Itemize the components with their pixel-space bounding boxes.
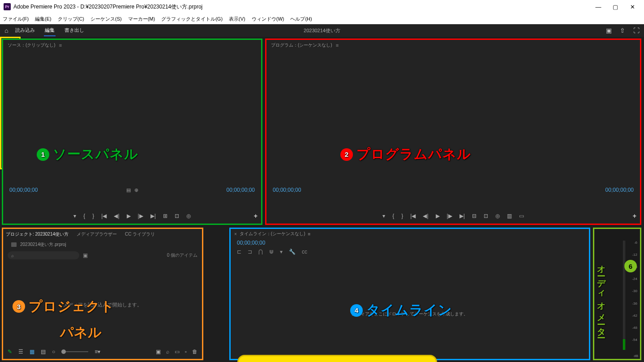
item-count: 0 個のアイテム <box>167 252 197 259</box>
button-editor-icon[interactable]: + <box>633 212 636 220</box>
zoom-slider[interactable] <box>61 351 88 352</box>
bin-icon[interactable]: ▣ <box>83 252 88 259</box>
delete-icon[interactable]: 🗑 <box>192 349 197 355</box>
program-transport: ▾ { } |◀ ◀| ▶ |▶ ▶| ⊟ ⊡ ◎ ▥ ▭ + <box>266 210 640 222</box>
fullscreen-icon[interactable]: ⛶ <box>633 27 640 34</box>
zoom-slider-icon[interactable]: ○ <box>52 349 55 355</box>
out-icon[interactable]: } <box>401 213 403 219</box>
goto-out-icon[interactable]: ▶| <box>150 213 156 219</box>
source-transport: ▾ { } |◀ ◀| ▶ |▶ ▶| ⊞ ⊡ ◎ + <box>3 210 261 222</box>
overwrite-icon[interactable]: ⊡ <box>175 213 179 219</box>
window-title: Adobe Premiere Pro 2023 - D:¥20230207Pre… <box>13 3 202 11</box>
step-back-icon[interactable]: ◀| <box>423 213 428 219</box>
goto-out-icon[interactable]: ▶| <box>459 213 465 219</box>
program-tc-right: 00;00;00;00 <box>605 187 634 193</box>
annotation-5-bubble: ツールパネル <box>237 355 437 362</box>
close-tab-icon[interactable]: × <box>234 232 237 237</box>
pen-icon[interactable]: ✎ <box>8 349 12 355</box>
timeline-hint: メディアをここにドロップしてシーケンスを作成します。 <box>352 311 468 317</box>
extract-icon[interactable]: ⊡ <box>484 213 488 219</box>
workspace-export[interactable]: 書き出し <box>64 25 85 36</box>
play-icon[interactable]: ▶ <box>127 213 131 219</box>
minimize-button[interactable]: — <box>594 4 603 10</box>
share-icon[interactable]: ⇧ <box>620 27 625 34</box>
lift-icon[interactable]: ⊟ <box>472 213 477 219</box>
tab-project[interactable]: プロジェクト: 20230214使い方 <box>6 231 69 237</box>
tab-media-browser[interactable]: メディアブラウザー <box>77 231 117 237</box>
new-item-icon[interactable]: ▫ <box>185 349 187 355</box>
menu-help[interactable]: ヘルプ(H) <box>290 16 312 22</box>
cc-icon[interactable]: cc <box>302 249 307 255</box>
project-hint: メディアを読み込んで開始します。 <box>63 302 142 308</box>
insert-icon[interactable]: ⊐ <box>248 249 252 255</box>
fit-icon[interactable]: ▤ <box>126 187 131 193</box>
menu-clip[interactable]: クリップ(C) <box>58 16 84 22</box>
menu-sequence[interactable]: シーケンス(S) <box>90 16 122 22</box>
find-icon[interactable]: ⌕ <box>166 349 169 355</box>
snap-icon[interactable]: ⋂ <box>258 249 263 255</box>
topbar: ⌂ 読み込み 編集 書き出し 20230214使い方 ▣ ⇧ ⛶ <box>0 24 644 37</box>
project-filename: 20230214使い方.prproj <box>20 241 66 248</box>
step-fwd-icon[interactable]: |▶ <box>138 213 143 219</box>
search-input[interactable]: ⌕ <box>8 251 79 259</box>
panel-menu-icon[interactable]: ≡ <box>336 43 339 48</box>
marker-icon[interactable]: ▾ <box>73 213 76 219</box>
audio-scale: -6 -12 -18 -24 -30 -36 -42 -48 -54 <box>621 241 637 350</box>
link-icon[interactable]: ⋓ <box>269 249 274 255</box>
panel-menu-icon[interactable]: ≡ <box>308 232 311 237</box>
timeline-tc[interactable]: 00;00;00;00 <box>231 239 589 247</box>
in-icon[interactable]: { <box>83 213 85 219</box>
auto-match-icon[interactable]: ▣ <box>156 349 161 355</box>
menu-file[interactable]: ファイル(F) <box>3 16 29 22</box>
workspace-edit[interactable]: 編集 <box>44 25 56 36</box>
list-view-icon[interactable]: ☰ <box>18 349 23 355</box>
close-button[interactable]: ✕ <box>628 4 637 10</box>
panel-menu-icon[interactable]: ≡ <box>59 43 62 48</box>
menu-view[interactable]: 表示(V) <box>229 16 245 22</box>
goto-in-icon[interactable]: |◀ <box>101 213 107 219</box>
timeline-panel: × タイムライン：(シーケンスなし) ≡ 00;00;00;00 ⊏ ⊐ ⋂ ⋓… <box>229 228 590 360</box>
maximize-button[interactable]: ▢ <box>611 4 620 10</box>
menu-graphics[interactable]: グラフィックとタイトル(G) <box>161 16 223 22</box>
annotation-6-label: オーディオメーター <box>598 260 607 335</box>
menubar: ファイル(F) 編集(E) クリップ(C) シーケンス(S) マーカー(M) グ… <box>0 13 644 24</box>
project-footer: ✎ ☰ ▦ ▤ ○ ≡▾ ▣ ⌕ ▭ ▫ 🗑 <box>3 346 202 357</box>
source-tc-right: 00;00;00;00 <box>227 187 255 193</box>
project-name: 20230214使い方 <box>304 27 340 34</box>
export-frame-icon[interactable]: ◎ <box>186 213 191 219</box>
home-icon[interactable]: ⌂ <box>4 27 8 34</box>
button-editor-icon[interactable]: + <box>254 212 258 220</box>
step-back-icon[interactable]: ◀| <box>114 213 119 219</box>
out-icon[interactable]: } <box>92 213 94 219</box>
quick-export-icon[interactable]: ▣ <box>606 27 612 34</box>
source-tc-left[interactable]: 00;00;00;00 <box>9 187 38 193</box>
icon-view-icon[interactable]: ▦ <box>30 349 34 355</box>
freeform-view-icon[interactable]: ▤ <box>41 349 46 355</box>
menu-edit[interactable]: 編集(E) <box>35 16 52 22</box>
menu-window[interactable]: ウィンドウ(W) <box>252 16 284 22</box>
step-fwd-icon[interactable]: |▶ <box>447 213 452 219</box>
annotation-3-line2: パネル <box>60 323 102 342</box>
insert-icon[interactable]: ⊞ <box>163 213 167 219</box>
annotation-6-num: 6 <box>624 260 637 272</box>
menu-marker[interactable]: マーカー(M) <box>128 16 155 22</box>
new-bin-icon[interactable]: ▭ <box>175 349 180 355</box>
export-frame-icon[interactable]: ◎ <box>495 213 500 219</box>
settings-icon[interactable]: 🔧 <box>289 249 296 255</box>
source-panel-title: ソース：(クリップなし) <box>8 42 56 48</box>
overlay-icon[interactable]: ⊕ <box>134 187 138 193</box>
safe-margin-icon[interactable]: ▭ <box>519 213 524 219</box>
nest-icon[interactable]: ⊏ <box>237 249 241 255</box>
sort-icon[interactable]: ≡▾ <box>94 349 100 355</box>
play-icon[interactable]: ▶ <box>436 213 440 219</box>
program-tc-left[interactable]: 00;00;00;00 <box>273 187 301 193</box>
tab-cc-libraries[interactable]: CC ライブラリ <box>125 231 155 237</box>
in-icon[interactable]: { <box>392 213 394 219</box>
goto-in-icon[interactable]: |◀ <box>410 213 416 219</box>
workspace: ソース：(クリップなし) ≡ 00;00;00;00 ▤ ⊕ 00;00;00;… <box>0 37 644 362</box>
program-panel-title: プログラム：(シーケンスなし) <box>271 42 332 48</box>
workspace-import[interactable]: 読み込み <box>14 25 36 36</box>
marker-icon[interactable]: ▾ <box>280 249 283 255</box>
marker-icon[interactable]: ▾ <box>382 213 385 219</box>
compare-icon[interactable]: ▥ <box>507 213 512 219</box>
